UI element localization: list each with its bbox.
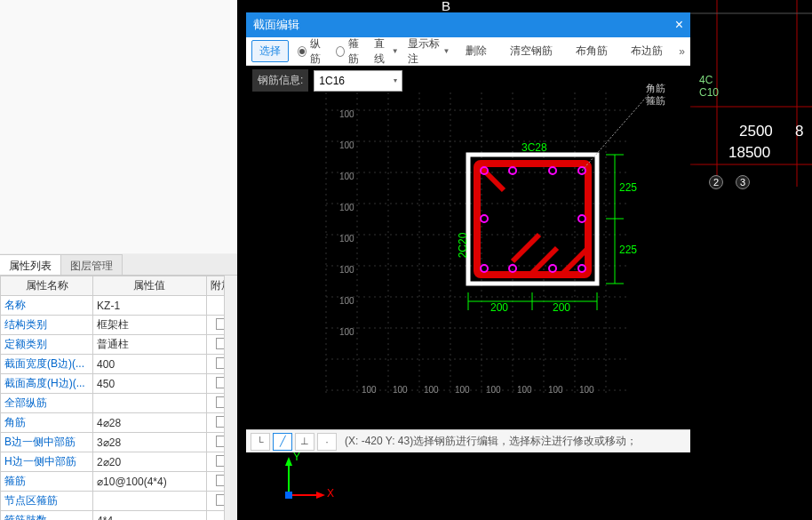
svg-text:100: 100 xyxy=(339,172,354,181)
col-name: 属性名称 xyxy=(1,276,93,296)
svg-point-52 xyxy=(578,215,585,222)
snap-perp-icon[interactable]: ⊥ xyxy=(295,433,314,451)
steel-info-row: 钢筋信息: 1C16 ▾ xyxy=(252,69,402,92)
dialog-title-text: 截面编辑 xyxy=(253,17,299,33)
svg-text:100: 100 xyxy=(339,296,354,306)
radio-longitudinal[interactable]: 纵筋 xyxy=(298,36,327,67)
dialog-toolbar: 选择 纵筋 箍筋 直线 ▼ 显示标注 ▼ 删除 清空钢筋 布角筋 布边筋 » xyxy=(246,37,690,66)
corner-label2: 箍筋 xyxy=(646,94,665,108)
table-row: 截面宽度(B边)(...400 xyxy=(1,355,237,374)
svg-text:100: 100 xyxy=(393,385,408,395)
dim-2500: 2500 xyxy=(739,123,773,140)
radio-icon xyxy=(298,46,306,57)
radio-icon xyxy=(336,46,345,57)
axis-x-label: X xyxy=(327,487,334,500)
svg-text:100: 100 xyxy=(455,385,470,395)
svg-line-65 xyxy=(582,92,650,171)
close-icon[interactable]: × xyxy=(675,17,683,33)
tab-properties[interactable]: 属性列表 xyxy=(0,254,61,275)
node-2[interactable]: 2 xyxy=(709,175,723,189)
snap-mid-icon[interactable]: ╱ xyxy=(273,433,292,451)
table-row: B边一侧中部筋3⌀28 xyxy=(1,433,237,452)
tab-layers[interactable]: 图层管理 xyxy=(61,254,123,275)
svg-text:100: 100 xyxy=(339,140,354,150)
panel-tabs: 属性列表 图层管理 xyxy=(0,254,237,276)
dim-18500: 18500 xyxy=(728,144,770,162)
chevron-down-icon: ▾ xyxy=(394,76,397,84)
svg-text:100: 100 xyxy=(362,385,377,395)
dim-200a: 200 xyxy=(490,301,508,314)
delete-button[interactable]: 删除 xyxy=(458,41,494,61)
corner-label1: 角筋 xyxy=(646,82,665,95)
edge-button[interactable]: 布边筋 xyxy=(624,41,670,61)
radio-stirrup[interactable]: 箍筋 xyxy=(336,36,365,67)
axis-indicator: Y X xyxy=(275,455,329,511)
overflow-icon[interactable]: » xyxy=(679,45,685,58)
svg-text:100: 100 xyxy=(424,385,439,395)
svg-marker-67 xyxy=(285,457,292,466)
label-4c: 4C xyxy=(699,74,712,86)
dim-225a: 225 xyxy=(619,181,637,194)
label-side-bars: 2C20 xyxy=(457,233,469,259)
svg-point-55 xyxy=(549,265,556,272)
label-c10: C10 xyxy=(699,86,719,99)
dialog-status-bar: └ ╱ ⊥ · (X: -420 Y: 43)选择钢筋进行编辑，选择标注进行修改… xyxy=(246,429,690,452)
axis-y-label: Y xyxy=(293,451,300,463)
node-3[interactable]: 3 xyxy=(736,175,750,189)
table-row: 箍筋肢数4*4 xyxy=(1,511,237,521)
drawing-canvas[interactable]: 100100100 100100100 100100 100100100 100… xyxy=(246,66,690,429)
svg-text:100: 100 xyxy=(517,385,532,395)
chevron-down-icon: ▼ xyxy=(392,47,399,55)
svg-text:100: 100 xyxy=(339,203,354,212)
select-button[interactable]: 选择 xyxy=(251,40,289,62)
table-row: 全部纵筋 xyxy=(1,394,237,413)
col-value: 属性值 xyxy=(93,276,206,296)
svg-text:100: 100 xyxy=(339,109,354,119)
table-row: 节点区箍筋 xyxy=(1,492,237,511)
snap-endpoint-icon[interactable]: └ xyxy=(251,433,270,451)
axis-label-b: B xyxy=(442,0,450,13)
steel-info-input[interactable]: 1C16 ▾ xyxy=(314,70,402,92)
line-dropdown[interactable]: 直线 ▼ xyxy=(374,36,399,67)
svg-marker-69 xyxy=(316,492,325,499)
table-row: 箍筋⌀10@100(4*4) xyxy=(1,472,237,492)
clear-button[interactable]: 清空钢筋 xyxy=(503,41,560,61)
dim-225b: 225 xyxy=(619,244,637,256)
dim-8: 8 xyxy=(795,123,803,140)
table-row: 定额类别普通柱 xyxy=(1,335,237,355)
left-blank-area xyxy=(0,0,237,253)
status-text: (X: -420 Y: 43)选择钢筋进行编辑，选择标注进行修改或移动； xyxy=(345,434,637,449)
table-row: H边一侧中部筋2⌀20 xyxy=(1,452,237,472)
table-row: 结构类别框架柱 xyxy=(1,316,237,335)
dim-200b: 200 xyxy=(553,301,570,314)
table-row: 名称KZ-1 xyxy=(1,296,237,316)
svg-text:100: 100 xyxy=(548,385,563,395)
svg-point-51 xyxy=(481,215,488,222)
property-table: 属性名称 属性值 附加 名称KZ-1 结构类别框架柱 定额类别普通柱 截面宽度(… xyxy=(0,276,237,520)
dialog-titlebar[interactable]: 截面编辑 × xyxy=(246,12,690,37)
svg-text:100: 100 xyxy=(486,385,501,395)
svg-text:100: 100 xyxy=(579,385,594,395)
chevron-down-icon: ▼ xyxy=(442,47,450,55)
svg-text:100: 100 xyxy=(339,234,354,244)
scrollbar[interactable] xyxy=(224,276,237,520)
corner-button[interactable]: 布角筋 xyxy=(569,41,615,61)
snap-center-icon[interactable]: · xyxy=(317,433,337,451)
svg-text:100: 100 xyxy=(339,327,354,337)
svg-text:100: 100 xyxy=(339,265,354,275)
svg-point-49 xyxy=(549,167,556,174)
svg-line-44 xyxy=(513,235,539,261)
property-panel: 属性列表 图层管理 属性名称 属性值 附加 名称KZ-1 结构类别框架柱 定额类… xyxy=(0,0,237,520)
steel-info-label: 钢筋信息: xyxy=(252,69,308,92)
table-row: 角筋4⌀28 xyxy=(1,413,237,433)
show-label-dropdown[interactable]: 显示标注 ▼ xyxy=(408,36,450,67)
svg-rect-70 xyxy=(285,492,292,499)
svg-line-45 xyxy=(530,248,557,275)
table-row: 截面高度(H边)(...450 xyxy=(1,374,237,394)
label-top-bars: 3C28 xyxy=(521,141,547,154)
